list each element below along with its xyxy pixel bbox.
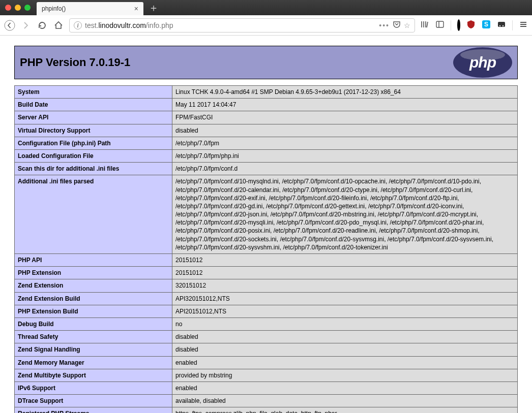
phpinfo-content: PHP Version 7.0.19-1 php SystemLinux TCH… [0,36,532,413]
url-domain: linodovultr.com [98,21,145,29]
row-key: System [15,86,172,99]
table-row: IPv6 Supportenabled [15,382,518,394]
row-key: Zend Extension [15,279,172,292]
table-row: SystemLinux TCHK 4.9.0-4-amd64 #1 SMP De… [15,86,518,99]
tab-strip: phpinfo() × ＋ [37,0,159,15]
address-bar[interactable]: i test.linodovultr.com/info.php ••• ☆ [69,18,415,33]
table-row: Virtual Directory Supportdisabled [15,124,518,137]
url-text: test.linodovultr.com/info.php [85,21,376,29]
row-key: Server API [15,111,172,124]
table-row: Zend Extension BuildAPI320151012,NTS [15,292,518,305]
nav-back-button[interactable] [4,20,15,31]
bookmark-star-icon[interactable]: ☆ [404,21,410,29]
php-logo-text: php [469,54,496,71]
table-row: Debug Buildno [15,317,518,330]
svg-point-6 [499,25,500,26]
row-value: provided by mbstring [172,369,518,382]
row-value: May 11 2017 14:04:47 [172,99,518,111]
row-key: Additional .ini files parsed [15,175,172,254]
row-value: FPM/FastCGI [172,111,518,124]
toolbar-separator-2 [512,20,513,30]
window-minimize-button[interactable] [15,5,21,11]
row-value: disabled [172,343,518,356]
table-row: Zend Multibyte Supportprovided by mbstri… [15,369,518,382]
table-row: Thread Safetydisabled [15,331,518,343]
ublock-icon[interactable] [466,20,476,31]
table-row: Scan this dir for additional .ini files/… [15,163,518,175]
php-logo: php [453,47,512,78]
row-value: Linux TCHK 4.9.0-4-amd64 #1 SMP Debian 4… [172,86,518,99]
row-key: Build Date [15,99,172,111]
window-close-button[interactable] [5,5,11,11]
row-key: DTrace Support [15,395,172,407]
row-value: 320151012 [172,279,518,292]
browser-tab-active[interactable]: phpinfo() × [37,2,143,15]
page-actions-icon[interactable]: ••• [379,21,390,29]
tab-title: phpinfo() [42,5,66,12]
app-menu-button[interactable] [519,20,528,31]
toolbar-separator [451,20,451,30]
row-value: disabled [172,124,518,137]
row-key: Registered PHP Streams [15,407,172,413]
site-info-icon[interactable]: i [74,21,82,29]
nav-forward-button[interactable] [20,20,32,31]
window-titlebar: phpinfo() × ＋ [0,0,532,15]
row-key: Configuration File (php.ini) Path [15,137,172,149]
reload-button[interactable] [37,20,48,31]
table-row: Loaded Configuration File/etc/php/7.0/fp… [15,149,518,162]
table-row: Zend Extension320151012 [15,279,518,292]
row-value: /etc/php/7.0/fpm/conf.d/10-mysqlnd.ini, … [172,175,518,254]
row-key: IPv6 Support [15,382,172,394]
window-zoom-button[interactable] [24,5,31,11]
row-value: disabled [172,331,518,343]
row-key: Scan this dir for additional .ini files [15,163,172,175]
home-button[interactable] [53,20,64,31]
row-key: PHP API [15,254,172,267]
table-row: PHP Extension20151012 [15,267,518,279]
extension-circle-icon[interactable] [457,21,460,30]
table-row: PHP API20151012 [15,254,518,267]
library-icon[interactable] [420,20,429,31]
php-version-title: PHP Version 7.0.19-1 [20,56,130,69]
url-subdomain: test. [85,21,98,29]
svg-rect-5 [498,22,505,27]
phpinfo-table: SystemLinux TCHK 4.9.0-4-amd64 #1 SMP De… [14,85,518,413]
table-row: PHP Extension BuildAPI20151012,NTS [15,305,518,317]
new-tab-button[interactable]: ＋ [149,1,159,15]
toolbar-right-icons: S [420,20,528,31]
phpinfo-header: PHP Version 7.0.19-1 php [14,46,518,79]
row-value: /etc/php/7.0/fpm [172,137,518,149]
row-value: 20151012 [172,267,518,279]
row-key: PHP Extension [15,267,172,279]
window-traffic-lights [5,5,31,11]
svg-rect-1 [436,21,444,27]
row-value: 20151012 [172,254,518,267]
url-path: /info.php [146,21,173,29]
row-value: /etc/php/7.0/fpm/conf.d [172,163,518,175]
row-value: https, ftps, compress.zlib, php, file, g… [172,407,518,413]
row-value: API20151012,NTS [172,305,518,317]
row-key: Zend Memory Manager [15,356,172,369]
page-viewport[interactable]: PHP Version 7.0.19-1 php SystemLinux TCH… [0,36,532,413]
row-key: PHP Extension Build [15,305,172,317]
row-key: Zend Multibyte Support [15,369,172,382]
pocket-icon[interactable] [393,20,401,30]
table-row: Server APIFPM/FastCGI [15,111,518,124]
svg-point-0 [5,20,15,30]
row-value: enabled [172,382,518,394]
table-row: Build DateMay 11 2017 14:04:47 [15,99,518,111]
svg-point-7 [503,25,504,26]
tab-close-icon[interactable]: × [134,5,138,13]
row-key: Loaded Configuration File [15,149,172,162]
table-row: Additional .ini files parsed/etc/php/7.0… [15,175,518,254]
row-value: API320151012,NTS [172,292,518,305]
svg-text:S: S [484,21,488,28]
row-key: Zend Extension Build [15,292,172,305]
extension-square-icon[interactable] [497,20,506,31]
sidebar-icon[interactable] [435,20,445,31]
row-value: enabled [172,356,518,369]
row-key: Zend Signal Handling [15,343,172,356]
row-key: Debug Build [15,317,172,330]
table-row: DTrace Supportavailable, disabled [15,395,518,407]
skype-icon[interactable]: S [482,20,491,31]
